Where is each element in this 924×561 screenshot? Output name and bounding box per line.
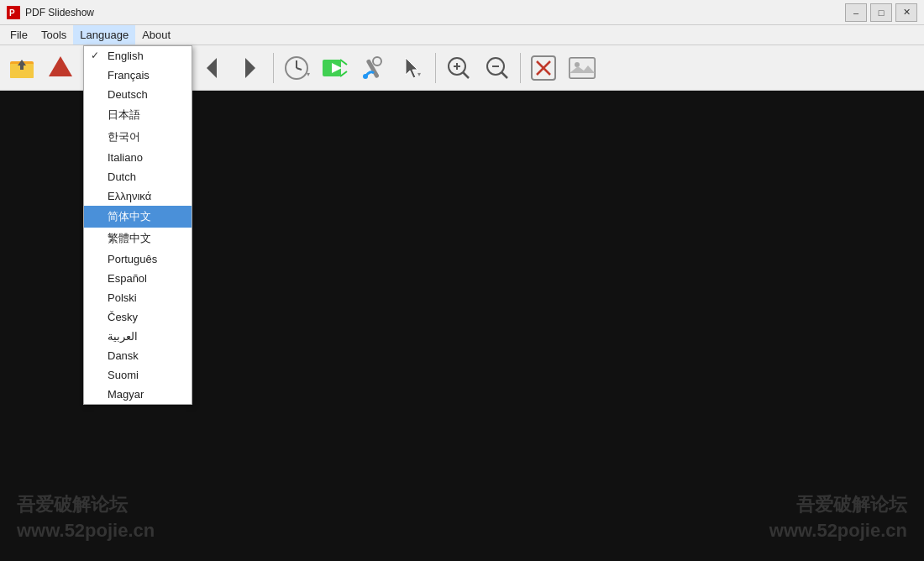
watermark-bottom-right: 吾爱破解论坛 www.52pojie.cn bbox=[769, 492, 907, 544]
svg-point-20 bbox=[363, 74, 368, 79]
lang-polish[interactable]: Polski bbox=[84, 288, 192, 307]
minimize-button[interactable]: – bbox=[845, 3, 867, 22]
cursor-button[interactable]: ▾ bbox=[394, 50, 431, 87]
lang-arabic[interactable]: العربية bbox=[84, 327, 192, 346]
lang-italiano[interactable]: Italiano bbox=[84, 148, 192, 167]
watermark-bottom-left: 吾爱破解论坛 www.52pojie.cn bbox=[17, 492, 155, 544]
lang-spanish[interactable]: Español bbox=[84, 269, 192, 288]
lang-suomi[interactable]: Suomi bbox=[84, 365, 192, 385]
svg-marker-9 bbox=[245, 58, 255, 78]
close-button[interactable]: ✕ bbox=[895, 3, 917, 22]
lang-traditional-chinese[interactable]: 繁體中文 bbox=[84, 228, 192, 249]
lang-korean[interactable]: 한국어 bbox=[84, 126, 192, 148]
separator-5 bbox=[520, 53, 521, 83]
lang-portuguese[interactable]: Português bbox=[84, 249, 192, 269]
open-file-button[interactable] bbox=[3, 50, 40, 87]
svg-text:P: P bbox=[9, 8, 15, 18]
svg-text:▾: ▾ bbox=[417, 71, 421, 78]
timer-button[interactable]: ▾ bbox=[278, 50, 315, 87]
lang-dutch[interactable]: Dutch bbox=[84, 167, 192, 186]
zoom-in-button[interactable] bbox=[440, 50, 477, 87]
lang-magyar[interactable]: Magyar bbox=[84, 385, 192, 404]
svg-rect-7 bbox=[57, 70, 64, 76]
app-icon: P bbox=[7, 6, 20, 19]
window-controls: – □ ✕ bbox=[845, 3, 917, 22]
back-button[interactable] bbox=[42, 50, 79, 87]
lang-greek[interactable]: Ελληνικά bbox=[84, 186, 192, 206]
lang-japanese[interactable]: 日本語 bbox=[84, 104, 192, 126]
lang-deutsch[interactable]: Deutsch bbox=[84, 85, 192, 104]
svg-line-26 bbox=[463, 72, 469, 78]
svg-text:▾: ▾ bbox=[307, 71, 310, 78]
lang-francais[interactable]: Français bbox=[84, 66, 192, 85]
play-button[interactable] bbox=[317, 50, 354, 87]
menu-tools[interactable]: Tools bbox=[34, 25, 73, 45]
prev-page-button[interactable] bbox=[193, 50, 230, 87]
tools-button[interactable] bbox=[355, 50, 392, 87]
svg-point-35 bbox=[575, 62, 580, 67]
zoom-out-button[interactable] bbox=[479, 50, 516, 87]
menu-language[interactable]: Language bbox=[73, 25, 135, 45]
window-title: PDF Slideshow bbox=[25, 7, 845, 18]
svg-point-19 bbox=[373, 57, 381, 66]
lang-czech[interactable]: Česky bbox=[84, 307, 192, 327]
svg-rect-34 bbox=[570, 58, 595, 78]
menu-about[interactable]: About bbox=[135, 25, 177, 45]
maximize-button[interactable]: □ bbox=[870, 3, 892, 22]
svg-line-29 bbox=[501, 72, 507, 78]
svg-marker-21 bbox=[406, 58, 417, 78]
screenshot-button[interactable] bbox=[564, 50, 601, 87]
svg-rect-5 bbox=[20, 65, 24, 70]
titlebar: P PDF Slideshow – □ ✕ bbox=[0, 0, 924, 25]
lang-english[interactable]: English bbox=[84, 46, 192, 66]
svg-line-17 bbox=[340, 71, 347, 76]
language-dropdown: English Français Deutsch 日本語 한국어 Italian… bbox=[83, 45, 192, 405]
lang-simplified-chinese[interactable]: 简体中文 bbox=[84, 206, 192, 228]
svg-line-16 bbox=[340, 60, 347, 65]
separator-4 bbox=[435, 53, 436, 83]
close-presentation-button[interactable] bbox=[525, 50, 562, 87]
lang-dansk[interactable]: Dansk bbox=[84, 346, 192, 365]
next-page-button[interactable] bbox=[232, 50, 269, 87]
svg-line-12 bbox=[297, 68, 302, 70]
menubar: File Tools Language About English França… bbox=[0, 25, 924, 45]
separator-3 bbox=[273, 53, 274, 83]
menu-file[interactable]: File bbox=[3, 25, 34, 45]
svg-marker-8 bbox=[207, 58, 217, 78]
